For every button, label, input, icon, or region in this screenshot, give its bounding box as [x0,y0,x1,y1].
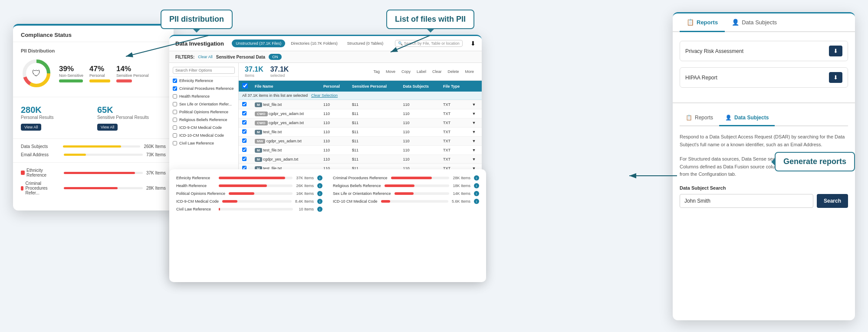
stat-non-sensitive: 39% Non-Sensitive [59,65,83,82]
sensitive-results-block: 65K Sensitive Personal Results View All [97,105,166,131]
di-tab-directories[interactable]: Directories (10.7K Folders) [287,39,342,47]
ds-search-label: Data Subject Search [680,185,848,191]
row-checkbox[interactable] [242,157,247,161]
report-privacy-download-button[interactable]: ⬇ [829,46,842,56]
pii-distribution-section: PII Distribution 🛡 39% Non-Sensitive [13,42,174,93]
stat-personal: 47% Personal [89,65,110,82]
dist-icd10: ICD-10 CM Medical Code 5.6K Items i [333,199,479,204]
di-tab-structured[interactable]: Structured (0 Tables) [343,39,387,47]
ds-data-subjects-icon: 👤 [725,115,732,121]
ds-reports-icon: 📋 [686,115,692,121]
filter-checkbox-sex-life[interactable] [173,102,177,106]
sensitive-personal-toggle[interactable]: ON [269,54,282,60]
filter-checkbox-ethnicity[interactable] [173,79,177,83]
dist-religious: Religious Beliefs Reference 18K Items i [333,183,479,188]
table-row: CWO cgdpr_yes_adam.txt 110 $11 110 TXT ▼ [239,109,482,118]
filter-checkbox-icd9[interactable] [173,125,177,130]
info-icon[interactable]: i [474,183,479,188]
dist-criminal: Criminal Procedures Reference 28K Items … [333,175,479,181]
table-row: M cgdpr_yes_adam.txt 110 $11 110 TXT ▼ [239,155,482,164]
table-row: CWO cgdpr_yes_adam.txt 110 $11 110 TXT ▼ [239,118,482,128]
sensitive-items-section: Ethnicity Reference 37K Items Criminal P… [13,166,174,197]
info-icon[interactable]: i [474,175,479,181]
callout-files-pii: List of files with PII [386,10,474,29]
filter-item-ethnicity[interactable]: Ethnicity Reference [169,77,238,85]
row-checkbox[interactable] [242,129,247,134]
row-checkbox[interactable] [242,120,247,125]
select-all-checkbox[interactable] [242,83,248,89]
personal-view-all-button[interactable]: View All [21,124,41,131]
info-icon[interactable]: i [317,199,322,204]
callout-generate-reports: Generate reports [775,152,855,171]
compliance-panel-header: Compliance Status [13,26,174,42]
table-row: M test_file.txt 110 $11 110 TXT ▼ [239,128,482,137]
sensitive-view-all-button[interactable]: View All [97,124,118,131]
toolbar-label-btn[interactable]: Label [415,69,428,75]
pii-distribution-title: PII Distribution [21,48,166,53]
toolbar-copy-btn[interactable]: Copy [400,69,412,75]
ds-description-1: Respond to a Data Subject Access Request… [680,133,848,148]
filter-item-icd10[interactable]: ICD-10-CM Medical Code [169,131,238,139]
col-personal: Personal [320,81,349,92]
distribution-grid: Ethnicity Reference 37K Items i Health R… [176,175,479,214]
dist-civil: Civil Law Reference 10 Items i [176,207,322,212]
stat-sensitive-personal: 14% Sensitive Personal [116,65,149,82]
filter-item-sex-life[interactable]: Sex Life or Orientation Refer... [169,100,238,108]
filter-checkbox-civil[interactable] [173,141,177,145]
clear-selection-link[interactable]: Clear Selection [311,93,338,98]
row-checkbox[interactable] [242,138,247,143]
row-checkbox[interactable] [242,148,247,152]
sensitive-personal-data-label: Sensitive Personal Data [216,55,265,59]
toolbar-more-btn[interactable]: More [463,69,476,75]
personal-items-section: Data Subjects 260K Items Email Address 7… [13,142,174,159]
compliance-stats-row: 280K Personal Results View All 65K Sensi… [13,101,174,135]
toolbar-clear-btn[interactable]: Clear [431,69,444,75]
filter-item-religious[interactable]: Religious Beliefs Reference [169,116,238,124]
report-hipaa-download-button[interactable]: ⬇ [829,72,842,83]
download-icon[interactable]: ⬇ [470,40,476,47]
row-checkbox[interactable] [242,111,247,115]
toolbar-tag-btn[interactable]: Tag [372,69,381,75]
toolbar-move-btn[interactable]: Move [384,69,397,75]
row-checkbox[interactable] [242,102,247,106]
filter-checkbox-icd10[interactable] [173,133,177,138]
dist-health: Health Reference 26K Items i [176,183,322,188]
toolbar-delete-btn[interactable]: Delete [446,69,460,75]
filter-item-civil[interactable]: Civil Law Reference [169,139,238,147]
filter-checkbox-religious[interactable] [173,118,177,122]
dist-ethnicity: Ethnicity Reference 37K Items i [176,175,322,181]
filter-item-icd9[interactable]: ICD-9-CM Medical Code [169,124,238,131]
info-icon[interactable]: i [317,207,322,212]
filter-item-health[interactable]: Health Reference [169,92,238,100]
reports-tab-data-subjects[interactable]: 👤 Data Subjects [725,13,784,32]
filter-checkbox-political[interactable] [173,110,177,114]
data-investigation-title: Data Investigation [175,40,224,47]
di-tab-unstructured[interactable]: Unstructured (37.1K Files) [232,39,285,47]
reports-tab-reports[interactable]: 📋 Reports [680,13,725,32]
filters-label: FILTERS: [175,55,194,59]
data-subjects-tab-icon: 👤 [732,19,739,26]
ds-tab-data-subjects[interactable]: 👤 Data Subjects [719,110,775,126]
filter-item-criminal[interactable]: Criminal Procedures Reference [169,85,238,92]
ds-tab-reports[interactable]: 📋 Reports [680,110,719,126]
clear-all-filters-button[interactable]: Clear All [198,55,213,59]
info-icon[interactable]: i [474,191,479,196]
filter-item-political[interactable]: Political Opinions Reference [169,108,238,116]
ds-search-button[interactable]: Search [817,194,848,208]
table-row: MW cgdpr_yes_adam.txt 110 $11 110 TXT ▼ [239,137,482,146]
data-subjects-bar-item: Data Subjects 260K Items [13,142,174,151]
report-item-privacy: Privacy Risk Assessment ⬇ [680,41,848,61]
info-icon[interactable]: i [317,175,322,181]
filter-checkbox-criminal[interactable] [173,86,177,91]
email-address-bar-item: Email Address 73K Items [13,151,174,159]
col-file-name: File Name [251,81,320,92]
info-icon[interactable]: i [474,199,479,204]
ds-search-input[interactable] [680,194,813,208]
report-privacy-label: Privacy Risk Assessment [685,48,743,54]
di-search-box[interactable]: 🔍 Search by File, Table or location [395,40,462,47]
filter-search-input[interactable] [173,67,235,74]
filter-checkbox-health[interactable] [173,94,177,99]
info-icon[interactable]: i [317,191,322,196]
info-icon[interactable]: i [317,183,322,188]
criminal-procedures-bar-item: Criminal Procedures Refer... 28K Items [13,179,174,197]
